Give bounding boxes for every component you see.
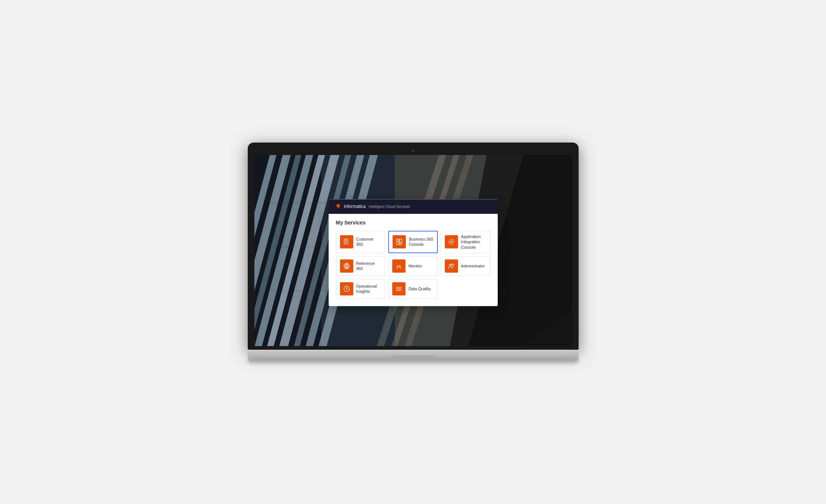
svg-point-30 <box>450 241 452 243</box>
modal-header: Informatica Intelligent Cloud Services <box>329 199 498 214</box>
svg-point-45 <box>346 288 347 289</box>
laptop-base <box>248 350 579 358</box>
svg-point-43 <box>452 264 454 266</box>
operational-insights-icon <box>340 282 353 295</box>
service-data-quality[interactable]: Data Quality <box>388 279 438 299</box>
informatica-logo: Informatica <box>335 203 366 210</box>
services-title: My Services <box>336 220 490 226</box>
customer-360-icon <box>340 235 353 249</box>
laptop-frame: Informatica Intelligent Cloud Services M… <box>248 143 579 361</box>
svg-point-31 <box>449 240 454 244</box>
laptop-bottom <box>248 358 579 361</box>
services-modal: Informatica Intelligent Cloud Services M… <box>329 199 498 306</box>
administrator-icon <box>445 259 458 273</box>
laptop-screen: Informatica Intelligent Cloud Services M… <box>254 155 572 346</box>
customer-360-label: Customer 360 <box>356 237 382 248</box>
service-business-360-console[interactable]: Business 360 Console <box>388 231 438 253</box>
business-360-icon <box>393 235 406 249</box>
monitor-icon <box>392 259 405 273</box>
modal-body: My Services <box>329 214 498 306</box>
svg-rect-29 <box>400 243 402 245</box>
svg-rect-27 <box>400 239 402 242</box>
informatica-logo-icon <box>335 203 342 210</box>
app-integration-icon <box>445 235 458 249</box>
monitor-label: Monitor <box>408 263 422 269</box>
business-360-label: Business 360 Console <box>409 237 433 248</box>
service-administrator[interactable]: Administrator <box>441 256 490 276</box>
app-integration-label: Application Integration Console <box>461 234 486 250</box>
screen-bezel: Informatica Intelligent Cloud Services M… <box>248 143 579 350</box>
reference-360-icon <box>340 259 353 273</box>
service-customer-360[interactable]: Customer 360 <box>336 231 386 253</box>
svg-rect-28 <box>397 242 399 245</box>
camera <box>412 149 415 152</box>
svg-rect-26 <box>397 239 399 241</box>
data-quality-label: Data Quality <box>408 286 431 291</box>
service-monitor[interactable]: Monitor <box>388 256 438 276</box>
data-quality-icon <box>392 282 405 295</box>
svg-point-42 <box>449 264 451 266</box>
reference-360-label: Reference 360 <box>356 261 382 271</box>
svg-point-41 <box>400 267 401 269</box>
service-app-integration[interactable]: Application Integration Console <box>441 231 490 253</box>
svg-point-40 <box>397 267 398 269</box>
header-brand: Informatica <box>344 204 366 209</box>
services-grid: Customer 360 Busine <box>336 231 490 299</box>
header-subtitle: Intelligent Cloud Services <box>369 205 410 209</box>
service-reference-360[interactable]: Reference 360 <box>336 256 386 276</box>
administrator-label: Administrator <box>461 263 485 269</box>
operational-insights-label: Operational Insights <box>356 284 382 294</box>
service-operational-insights[interactable]: Operational Insights <box>336 279 386 299</box>
